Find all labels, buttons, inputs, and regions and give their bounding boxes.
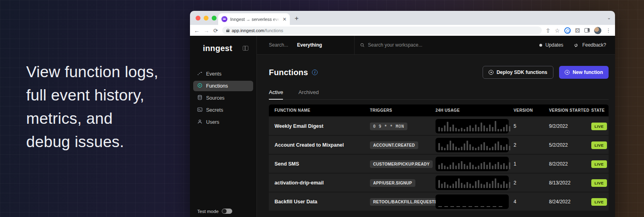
state-badge: LIVE [591,179,607,187]
inngest-favicon-icon [221,16,227,22]
sidebar-item-users[interactable]: Users [193,117,253,127]
table-header: FUNCTION NAME TRIGGERS 24H USAGE VERSION… [269,104,609,116]
function-name[interactable]: Backfill User Data [275,199,370,205]
marketing-background: View function logs, full event history, … [0,0,644,217]
sidebar-item-label: Users [206,119,219,125]
new-function-button[interactable]: New function [559,66,609,79]
state-badge: LIVE [591,123,607,130]
trigger-badge: ACCOUNT.CREATED [370,141,418,149]
browser-tab[interactable]: Inngest → serverless event-dri ✕ [218,13,290,25]
browser-window: Inngest → serverless event-dri ✕ + ⌄ ← →… [190,11,615,217]
zoom-window-button[interactable] [212,16,217,20]
browser-tab-strip: Inngest → serverless event-dri ✕ + ⌄ [190,11,615,25]
test-mode-toggle[interactable] [222,209,232,214]
topbar-divider [354,36,355,54]
terminal-icon [197,107,202,113]
info-icon[interactable]: i [312,70,318,75]
megaphone-icon [574,43,579,48]
new-tab-button[interactable]: + [295,14,299,23]
new-function-play-icon [565,70,570,75]
reload-icon[interactable]: ⟳ [213,28,218,33]
usage-chart [436,176,509,190]
sidebar-item-label: Functions [206,83,228,89]
function-tabs: Active Archived [269,89,609,100]
sidebar-item-secrets[interactable]: Secrets [193,105,253,115]
search-scope-everything[interactable]: Everything [297,42,322,48]
sidebar-item-label: Sources [206,95,225,101]
hero-line: View function logs, [26,60,158,84]
version-value: 2 [514,180,549,186]
hero-line: metrics, and [26,107,158,130]
version-value: 2 [514,142,549,148]
deploy-play-icon [489,70,493,75]
hero-line: debug issues. [26,130,158,154]
functions-page: Functions i Deploy SDK functions New fun… [257,55,615,217]
bookmark-star-icon[interactable]: ☆ [555,28,560,33]
state-badge: LIVE [591,141,607,149]
updates-button[interactable]: Updates [539,42,564,48]
tab-archived[interactable]: Archived [298,89,319,99]
table-row[interactable]: Backfill User DataRETOOL/BACKFILL.REQUES… [269,192,609,211]
side-panel-icon[interactable] [584,28,590,33]
table-row[interactable]: Account Created to MixpanelACCOUNT.CREAT… [269,136,609,154]
function-name[interactable]: Account Created to Mixpanel [275,142,370,148]
close-window-button[interactable] [196,16,200,20]
function-name[interactable]: Weekly Email Digest [275,123,370,129]
lock-icon [226,29,229,32]
state-badge: LIVE [591,198,607,206]
sidebar-collapse-icon[interactable] [243,46,248,51]
database-icon [197,95,202,101]
forward-icon[interactable]: → [204,28,209,33]
minimize-window-button[interactable] [204,16,208,20]
user-icon [197,119,202,125]
hero-text: View function logs, full event history, … [26,60,158,154]
table-row[interactable]: activation-drip-emailAPP/USER.SIGNUP28/1… [269,174,609,192]
inngest-app: inngest EventsFunctionsSourcesSecretsUse… [190,36,615,217]
version-value: 5 [514,123,549,129]
trigger-badge: CUSTOMER/PICKUP.READY [370,160,433,168]
updates-dot-icon [539,44,542,47]
back-icon[interactable]: ← [194,28,200,33]
tab-active[interactable]: Active [269,89,283,100]
tab-close-icon[interactable]: ✕ [283,16,287,22]
table-row[interactable]: Send SMSCUSTOMER/PICKUP.READY18/2/2022LI… [269,155,609,173]
workspace-search-input[interactable]: Search your workspace... [360,42,539,48]
password-extension-icon[interactable] [564,27,571,34]
page-title: Functions [269,68,308,77]
version-started-value: 5/2/2022 [549,142,591,148]
browser-menu-icon[interactable]: ⋮ [606,27,611,33]
share-icon[interactable]: ⇧ [546,28,551,33]
sidebar-nav: EventsFunctionsSourcesSecretsUsers [190,69,256,127]
table-body: Weekly Email Digest0 9 * * MON59/2/2022L… [269,117,609,211]
search-label: Search... [269,42,288,48]
functions-table: FUNCTION NAME TRIGGERS 24H USAGE VERSION… [269,104,609,211]
profile-avatar[interactable] [594,27,601,34]
inngest-logo: inngest [203,44,232,53]
trigger-badge: RETOOL/BACKFILL.REQUESTED [370,198,444,206]
usage-chart [436,194,509,209]
function-name[interactable]: activation-drip-email [275,180,370,186]
table-row[interactable]: Weekly Email Digest0 9 * * MON59/2/2022L… [269,117,609,135]
app-topbar: Search... Everything Search your workspa… [257,36,615,55]
version-started-value: 8/2/2022 [549,161,591,167]
usage-chart [436,119,509,133]
extensions-puzzle-icon[interactable]: ⚄ [575,28,580,33]
workspace-search-placeholder: Search your workspace... [368,42,422,48]
sidebar-item-functions[interactable]: Functions [193,81,253,91]
url-bar[interactable]: app.inngest.com/functions [222,27,542,34]
sidebar-item-label: Events [206,71,221,77]
sidebar-item-sources[interactable]: Sources [193,93,253,103]
usage-chart [436,138,509,152]
deploy-sdk-functions-button[interactable]: Deploy SDK functions [483,66,553,79]
feedback-button[interactable]: Feedback? [574,42,606,48]
trigger-badge: APP/USER.SIGNUP [370,179,415,187]
browser-toolbar: ← → ⟳ app.inngest.com/functions ⇧ ☆ ⚄ ⋮ [190,25,615,36]
test-mode-control: Test mode [197,209,232,214]
function-name[interactable]: Send SMS [275,161,370,167]
sidebar-item-events[interactable]: Events [193,69,253,79]
version-value: 1 [514,161,549,167]
state-badge: LIVE [591,160,607,168]
version-started-value: 9/2/2022 [549,123,591,129]
tab-search-chevron-icon[interactable]: ⌄ [607,15,611,20]
version-started-value: 8/13/2022 [549,180,591,186]
